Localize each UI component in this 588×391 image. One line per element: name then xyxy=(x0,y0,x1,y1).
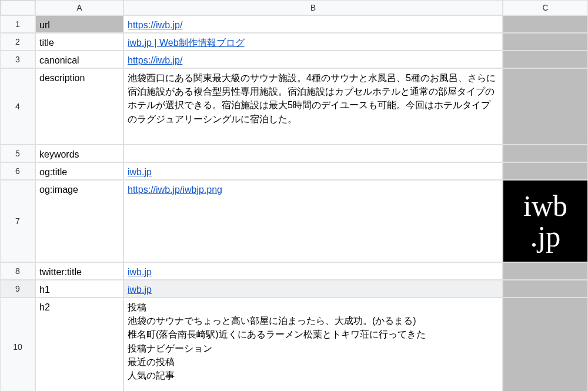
cell-b1[interactable]: https://iwb.jp/ xyxy=(123,15,503,33)
link[interactable]: https://iwb.jp/iwbjp.png xyxy=(128,183,222,196)
link[interactable]: https://iwb.jp/ xyxy=(128,18,182,32)
row-header-8[interactable]: 8 xyxy=(0,262,35,280)
cell-a3[interactable]: canonical xyxy=(35,51,123,68)
cell-a9[interactable]: h1 xyxy=(35,280,123,298)
row-header-2[interactable]: 2 xyxy=(0,33,35,51)
cell-b3[interactable]: https://iwb.jp/ xyxy=(123,51,503,68)
row-header-7[interactable]: 7 xyxy=(0,180,35,262)
cell-c8[interactable] xyxy=(503,262,588,280)
cell-a7[interactable]: og:image xyxy=(35,180,123,262)
corner-cell[interactable] xyxy=(0,0,35,15)
row-header-6[interactable]: 6 xyxy=(0,162,35,180)
cell-b5[interactable] xyxy=(123,145,503,162)
row-header-5[interactable]: 5 xyxy=(0,145,35,162)
cell-c10[interactable] xyxy=(503,298,588,391)
column-header-c[interactable]: C xyxy=(503,0,588,15)
spreadsheet-grid[interactable]: ABC1urlhttps://iwb.jp/2titleiwb.jp | Web… xyxy=(0,0,588,391)
link[interactable]: iwb.jp xyxy=(128,265,152,279)
cell-a6[interactable]: og:title xyxy=(35,162,123,180)
cell-a4[interactable]: description xyxy=(35,68,123,145)
cell-a8[interactable]: twitter:title xyxy=(35,262,123,280)
cell-b2[interactable]: iwb.jp | Web制作情報ブログ xyxy=(123,33,503,51)
row-header-9[interactable]: 9 xyxy=(0,280,35,298)
link[interactable]: iwb.jp xyxy=(128,283,152,296)
cell-c2[interactable] xyxy=(503,33,588,51)
og-image-preview: iwb .jp xyxy=(523,191,567,252)
cell-a10[interactable]: h2 xyxy=(35,298,123,391)
link[interactable]: iwb.jp | Web制作情報ブログ xyxy=(128,36,245,49)
cell-b10[interactable]: 投稿 池袋のサウナでちょっと高い部屋に泊まったら、大成功。(かるまる) 椎名町(… xyxy=(123,298,503,391)
link[interactable]: iwb.jp xyxy=(128,165,152,179)
row-header-4[interactable]: 4 xyxy=(0,68,35,145)
cell-b4[interactable]: 池袋西口にある関東最大級のサウナ施設。4種のサウナと水風呂、5種のお風呂、さらに… xyxy=(123,68,503,145)
cell-b7[interactable]: https://iwb.jp/iwbjp.png xyxy=(123,180,503,262)
cell-a5[interactable]: keywords xyxy=(35,145,123,162)
cell-c5[interactable] xyxy=(503,145,588,162)
cell-b6[interactable]: iwb.jp xyxy=(123,162,503,180)
cell-c1[interactable] xyxy=(503,15,588,33)
cell-a1[interactable]: url xyxy=(35,15,123,33)
cell-c4[interactable] xyxy=(503,68,588,145)
row-header-3[interactable]: 3 xyxy=(0,51,35,68)
column-header-a[interactable]: A xyxy=(35,0,123,15)
cell-c9[interactable] xyxy=(503,280,588,298)
row-header-10[interactable]: 10 xyxy=(0,298,35,391)
cell-b8[interactable]: iwb.jp xyxy=(123,262,503,280)
cell-a2[interactable]: title xyxy=(35,33,123,51)
cell-c7[interactable]: iwb .jp xyxy=(503,180,588,262)
cell-b9[interactable]: iwb.jp xyxy=(123,280,503,298)
row-header-1[interactable]: 1 xyxy=(0,15,35,33)
column-header-b[interactable]: B xyxy=(123,0,503,15)
link[interactable]: https://iwb.jp/ xyxy=(128,54,182,67)
cell-c3[interactable] xyxy=(503,51,588,68)
cell-c6[interactable] xyxy=(503,162,588,180)
